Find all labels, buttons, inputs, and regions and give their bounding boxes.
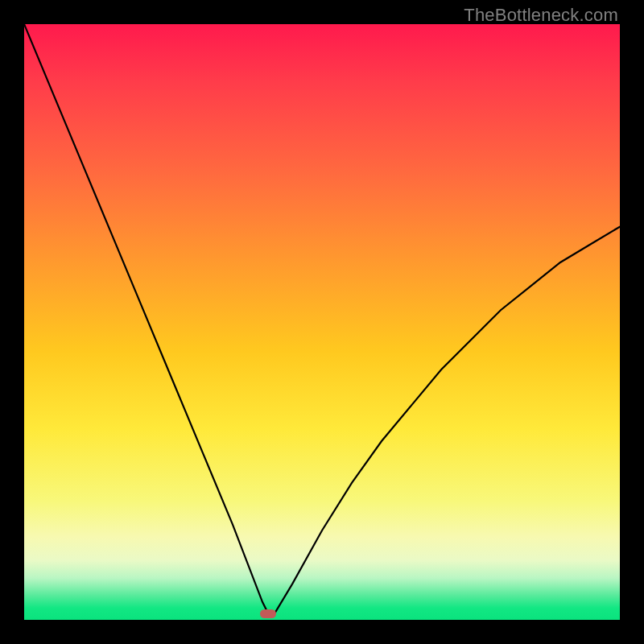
chart-frame: TheBottleneck.com (0, 0, 644, 644)
curve-path (24, 24, 620, 614)
bottleneck-curve (24, 24, 620, 620)
watermark-text: TheBottleneck.com (464, 5, 618, 26)
plot-area (24, 24, 620, 620)
min-marker (260, 609, 276, 618)
